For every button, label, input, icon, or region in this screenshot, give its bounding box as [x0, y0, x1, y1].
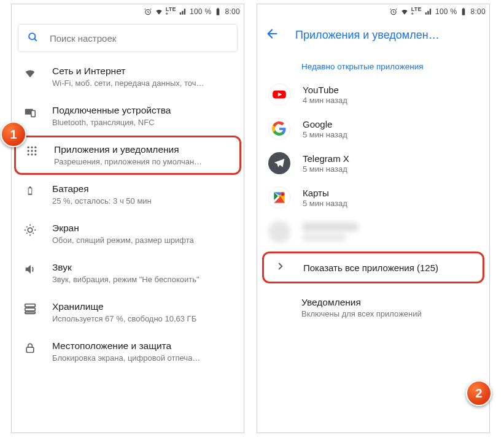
row-sound[interactable]: Звук Звук, вибрация, режим "Не беспокоит… — [12, 253, 244, 293]
svg-point-8 — [31, 147, 33, 148]
svg-point-9 — [34, 147, 36, 148]
row-title: Приложения и уведомления — [54, 144, 233, 156]
signal-icon — [424, 7, 433, 16]
svg-point-19 — [28, 228, 32, 232]
battery-icon — [23, 183, 37, 198]
app-sub — [303, 234, 346, 241]
callout-step-1: 1 — [1, 121, 26, 147]
row-security[interactable]: Местоположение и защита Блокировка экран… — [12, 332, 244, 364]
row-battery[interactable]: Батарея 25 %, осталось: 3 ч 50 мин — [12, 175, 244, 214]
app-row-telegram[interactable]: Telegram X 5 мин назад — [257, 146, 489, 180]
svg-rect-6 — [31, 110, 35, 117]
lte-indicator: LTE+ — [411, 7, 422, 17]
maps-icon — [268, 186, 290, 209]
row-sub: Блокировка экрана, цифровой отпеча… — [52, 353, 235, 363]
row-sub: Используется 67 %, свободно 10,63 ГБ — [52, 313, 235, 324]
svg-rect-1 — [217, 9, 220, 15]
section-recently-opened: Недавно открытые приложения — [257, 51, 489, 77]
show-all-label: Показать все приложения (125) — [303, 263, 438, 273]
hidden-app-icon — [268, 221, 290, 243]
chevron-right-icon — [275, 261, 286, 274]
app-bar: Приложения и уведомлен… — [257, 19, 489, 51]
battery-percent: 100 % — [190, 7, 212, 16]
recent-apps-list: YouTube 4 мин назад Google 5 мин назад T… — [257, 77, 489, 249]
svg-line-4 — [34, 39, 37, 41]
search-placeholder: Поиск настроек — [50, 33, 116, 44]
app-name: YouTube — [303, 85, 347, 95]
app-sub: 5 мин назад — [303, 130, 347, 139]
row-network[interactable]: Сеть и Интернет Wi-Fi, моб. сети, переда… — [12, 57, 244, 96]
app-row-maps[interactable]: Карты 5 мин назад — [257, 180, 489, 215]
app-name: Google — [303, 119, 347, 129]
row-sub: Включены для всех приложений — [301, 309, 479, 318]
youtube-icon — [268, 83, 290, 106]
svg-rect-25 — [462, 9, 465, 15]
app-name — [303, 223, 358, 231]
svg-point-10 — [28, 150, 29, 152]
svg-rect-21 — [25, 308, 36, 311]
appbar-title: Приложения и уведомлен… — [295, 29, 481, 42]
clock: 8:00 — [225, 7, 240, 16]
row-title: Хранилище — [52, 301, 235, 313]
search-input[interactable]: Поиск настроек — [18, 24, 238, 52]
app-row-google[interactable]: Google 5 мин назад — [257, 112, 489, 146]
row-title: Местоположение и защита — [52, 340, 235, 352]
svg-point-12 — [34, 150, 36, 152]
svg-rect-26 — [463, 8, 464, 9]
wifi-icon — [23, 65, 37, 80]
row-sub: 25 %, осталось: 3 ч 50 мин — [52, 196, 235, 206]
svg-point-7 — [28, 147, 29, 148]
settings-screen: LTE+ 100 % 8:00 Поиск настроек Сеть и Ин… — [11, 4, 244, 433]
app-sub: 5 мин назад — [303, 199, 347, 208]
svg-point-14 — [31, 153, 33, 155]
fade — [12, 424, 244, 432]
brightness-icon — [23, 222, 37, 237]
svg-point-29 — [282, 193, 284, 195]
row-apps-notifications[interactable]: Приложения и уведомления Разрешения, при… — [14, 136, 241, 175]
svg-point-3 — [29, 33, 35, 39]
lte-indicator: LTE+ — [166, 7, 176, 17]
app-sub: 5 мин назад — [303, 164, 349, 174]
row-sub: Bluetooth, трансляция, NFC — [52, 117, 235, 128]
wifi-icon — [155, 7, 163, 16]
alarm-icon — [144, 7, 152, 16]
row-title: Подключенные устройства — [52, 104, 235, 117]
svg-rect-18 — [29, 188, 32, 194]
row-title: Сеть и Интернет — [52, 65, 235, 77]
svg-point-15 — [34, 153, 36, 155]
svg-rect-2 — [217, 8, 219, 9]
google-icon — [268, 118, 290, 140]
row-title: Звук — [52, 261, 235, 274]
telegram-icon — [268, 152, 290, 174]
clock: 8:00 — [470, 7, 486, 16]
storage-icon — [23, 301, 37, 315]
svg-rect-17 — [29, 186, 31, 188]
row-sub: Wi-Fi, моб. сети, передача данных, точ… — [52, 78, 235, 88]
row-notifications[interactable]: Уведомления Включены для всех приложений — [257, 287, 489, 326]
wifi-icon — [400, 7, 409, 16]
search-icon — [27, 31, 39, 45]
devices-icon — [23, 104, 37, 119]
row-connected-devices[interactable]: Подключенные устройства Bluetooth, транс… — [12, 96, 244, 136]
apps-notifications-screen: LTE+ 100 % 8:00 Приложения и уведомлен… … — [257, 4, 490, 433]
row-sub: Обои, спящий режим, размер шрифта — [52, 235, 235, 245]
alarm-icon — [389, 7, 398, 16]
app-sub: 4 мин назад — [303, 96, 347, 105]
row-title: Батарея — [52, 183, 235, 195]
row-sub: Разрешения, приложения по умолчан… — [54, 156, 233, 167]
svg-point-13 — [28, 153, 29, 155]
settings-list: Сеть и Интернет Wi-Fi, моб. сети, переда… — [12, 57, 244, 364]
svg-point-11 — [31, 150, 33, 152]
show-all-apps[interactable]: Показать все приложения (125) — [262, 252, 484, 283]
callout-step-2: 2 — [466, 380, 492, 406]
row-sub: Звук, вибрация, режим "Не беспокоить" — [52, 274, 235, 285]
app-row-hidden[interactable] — [257, 215, 489, 249]
app-name: Telegram X — [303, 153, 349, 164]
row-display[interactable]: Экран Обои, спящий режим, размер шрифта — [12, 214, 244, 253]
apps-icon — [25, 144, 39, 157]
app-name: Карты — [303, 188, 347, 198]
battery-icon — [214, 7, 222, 16]
row-storage[interactable]: Хранилище Используется 67 %, свободно 10… — [12, 293, 244, 332]
app-row-youtube[interactable]: YouTube 4 мин назад — [257, 77, 489, 112]
back-button[interactable] — [266, 27, 279, 43]
